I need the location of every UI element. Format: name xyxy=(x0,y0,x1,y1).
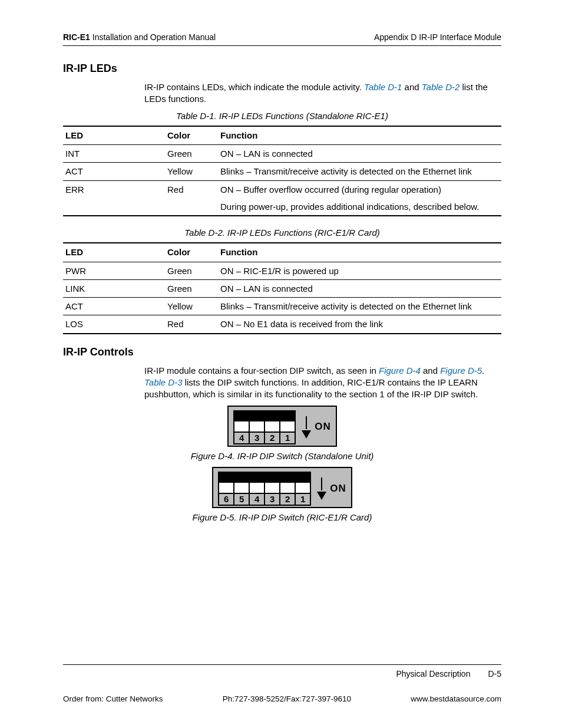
dip-slot: 3 xyxy=(264,473,279,505)
cell-func: ON – RIC-E1/R is powered up xyxy=(218,262,501,279)
th-function: Function xyxy=(218,126,501,145)
dip-slot: 5 xyxy=(233,473,249,505)
cell-color xyxy=(165,198,218,216)
footer-phone: Ph:727-398-5252/Fax:727-397-9610 xyxy=(223,694,351,704)
dip-number: 2 xyxy=(265,431,279,443)
running-header: RIC-E1 Installation and Operation Manual… xyxy=(63,32,501,46)
dip-slot: 4 xyxy=(234,411,249,443)
figure-d4: 4321 ON xyxy=(63,406,501,447)
table-row: ACTYellowBlinks – Transmit/receive activ… xyxy=(63,298,501,315)
txt: and xyxy=(402,82,421,92)
header-left: RIC-E1 Installation and Operation Manual xyxy=(63,32,216,43)
txt: lists the DIP switch functions. In addit… xyxy=(144,377,478,399)
footer-section: Physical Description xyxy=(396,668,470,680)
dip-number: 1 xyxy=(280,431,295,443)
dip-slot: 1 xyxy=(279,411,295,443)
cell-color: Red xyxy=(165,180,218,198)
cell-color: Green xyxy=(165,145,218,163)
cell-led: LINK xyxy=(63,279,165,297)
on-label: ON xyxy=(315,420,331,434)
cell-func: Blinks – Transmit/receive activity is de… xyxy=(218,298,501,315)
cell-led: PWR xyxy=(63,262,165,279)
dip-slot: 1 xyxy=(295,473,310,505)
dip-number: 4 xyxy=(250,493,264,505)
dip-number: 2 xyxy=(280,493,295,505)
cell-led: ACT xyxy=(63,163,165,180)
header-product: RIC-E1 xyxy=(63,32,90,42)
table-row: PWRGreenON – RIC-E1/R is powered up xyxy=(63,262,501,279)
dip-number: 3 xyxy=(250,431,264,443)
cell-led xyxy=(63,198,165,216)
dip-number: 6 xyxy=(219,493,233,505)
section-controls-title: IR-IP Controls xyxy=(63,345,501,359)
cell-func: ON – LAN is connected xyxy=(218,145,501,163)
cell-func: ON – Buffer overflow occurred (during re… xyxy=(218,180,501,198)
table-d1-caption: Table D-1. IR-IP LEDs Functions (Standal… xyxy=(63,110,501,122)
th-led: LED xyxy=(63,243,165,262)
cell-color: Yellow xyxy=(165,163,218,180)
cell-led: ACT xyxy=(63,298,165,315)
footer-url: www.bestdatasource.com xyxy=(411,694,501,704)
footer-bottom: Order from: Cutter Networks Ph:727-398-5… xyxy=(63,694,501,704)
figure-d5: 654321 ON xyxy=(63,467,501,508)
cell-led: LOS xyxy=(63,315,165,334)
th-color: Color xyxy=(165,126,218,145)
cell-func: Blinks – Transmit/receive activity is de… xyxy=(218,163,501,180)
txt: IR-IP module contains a four-section DIP… xyxy=(144,365,379,375)
cell-func: During power-up, provides additional ind… xyxy=(218,198,501,216)
dip-number: 4 xyxy=(234,431,249,443)
arrow-down-icon xyxy=(302,430,311,439)
arrow-down-icon xyxy=(317,492,326,500)
txt: and xyxy=(421,365,440,375)
cell-color: Red xyxy=(165,315,218,334)
arrow-stem-icon xyxy=(306,416,307,429)
dip-number: 5 xyxy=(234,493,249,505)
th-color: Color xyxy=(165,243,218,262)
arrow-stem-icon xyxy=(321,477,322,490)
table-d1: LED Color Function INTGreenON – LAN is c… xyxy=(63,126,501,216)
cell-color: Green xyxy=(165,279,218,297)
header-right: Appendix D IR-IP Interface Module xyxy=(374,32,501,43)
link-table-d3[interactable]: Table D-3 xyxy=(144,377,182,387)
table-row: INTGreenON – LAN is connected xyxy=(63,145,501,163)
footer-top: Physical Description D-5 xyxy=(63,664,501,680)
dip-switch-4: 4321 ON xyxy=(227,406,337,447)
link-table-d1[interactable]: Table D-1 xyxy=(364,82,402,92)
dip-slot: 3 xyxy=(249,411,264,443)
figure-d5-caption: Figure D-5. IR-IP DIP Switch (RIC-E1/R C… xyxy=(63,512,501,523)
table-row: During power-up, provides additional ind… xyxy=(63,198,501,216)
link-figure-d4[interactable]: Figure D-4 xyxy=(379,365,421,375)
header-title: Installation and Operation Manual xyxy=(90,32,216,42)
dip-slot: 4 xyxy=(249,473,264,505)
dip-slot: 6 xyxy=(219,473,233,505)
table-row: ERRRedON – Buffer overflow occurred (dur… xyxy=(63,180,501,198)
table-d2-caption: Table D-2. IR-IP LEDs Functions (RIC-E1/… xyxy=(63,227,501,239)
dip-switch-6: 654321 ON xyxy=(212,467,352,508)
dip-slot: 2 xyxy=(264,411,279,443)
dip-number: 3 xyxy=(265,493,279,505)
cell-color: Yellow xyxy=(165,298,218,315)
cell-led: INT xyxy=(63,145,165,163)
link-figure-d5[interactable]: Figure D-5 xyxy=(440,365,482,375)
table-row: LINKGreenON – LAN is connected xyxy=(63,279,501,297)
th-led: LED xyxy=(63,126,165,145)
section-leds-title: IR-IP LEDs xyxy=(63,61,501,75)
section-controls-para: IR-IP module contains a four-section DIP… xyxy=(63,365,501,401)
table-d2: LED Color Function PWRGreenON – RIC-E1/R… xyxy=(63,242,501,334)
link-table-d2[interactable]: Table D-2 xyxy=(422,82,459,92)
txt: . xyxy=(482,365,484,375)
figure-d4-caption: Figure D-4. IR-IP DIP Switch (Standalone… xyxy=(63,450,501,462)
cell-color: Green xyxy=(165,262,218,279)
table-row: LOSRedON – No E1 data is received from t… xyxy=(63,315,501,334)
cell-func: ON – LAN is connected xyxy=(218,279,501,297)
dip-number: 1 xyxy=(296,493,310,505)
section-leds-para: IR-IP contains LEDs, which indicate the … xyxy=(63,81,501,106)
footer-page: D-5 xyxy=(488,668,501,680)
on-label: ON xyxy=(330,482,346,496)
table-row: ACTYellowBlinks – Transmit/receive activ… xyxy=(63,163,501,180)
th-function: Function xyxy=(218,243,501,262)
txt: IR-IP contains LEDs, which indicate the … xyxy=(144,82,364,92)
dip-slot: 2 xyxy=(279,473,295,505)
cell-led: ERR xyxy=(63,180,165,198)
cell-func: ON – No E1 data is received from the lin… xyxy=(218,315,501,334)
